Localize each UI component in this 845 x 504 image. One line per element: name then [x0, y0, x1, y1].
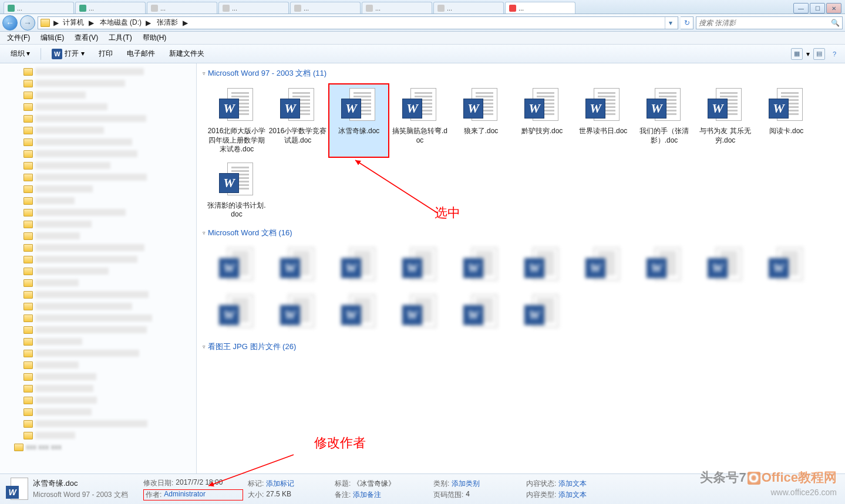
details-author-value[interactable]: Administrator	[164, 490, 206, 500]
file-item[interactable]: W	[695, 243, 756, 290]
breadcrumb[interactable]: 张清影 ▶	[154, 18, 190, 28]
file-item[interactable]: W 2016北师大版小学四年级上册数学期末试卷.doc	[206, 83, 267, 158]
tree-item[interactable]	[0, 218, 196, 230]
browser-tab[interactable]: ...	[505, 2, 575, 13]
browser-tab[interactable]: ...	[290, 2, 361, 13]
tree-item[interactable]	[0, 124, 196, 136]
tree-item[interactable]	[0, 66, 196, 77]
close-button[interactable]: ✕	[826, 3, 841, 13]
tree-item[interactable]	[0, 300, 196, 312]
file-item[interactable]: W	[389, 290, 450, 337]
tree-item[interactable]	[0, 289, 196, 300]
file-item[interactable]: W	[328, 243, 389, 290]
file-item[interactable]: W	[267, 243, 328, 290]
tree-item[interactable]	[0, 253, 196, 265]
file-item[interactable]: W 搞笑脑筋急转弯.doc	[389, 83, 450, 158]
menu-tools[interactable]: 工具(T)	[104, 32, 136, 44]
tree-item[interactable]	[0, 183, 196, 195]
file-item[interactable]: W	[206, 243, 267, 290]
file-item[interactable]: W 张清影的读书计划.doc	[206, 158, 267, 223]
tree-item[interactable]	[0, 113, 196, 124]
browser-tab[interactable]: ...	[75, 2, 146, 13]
browser-tab[interactable]: ...	[433, 2, 504, 13]
file-item[interactable]: W 黔驴技穷.doc	[511, 83, 573, 158]
search-box[interactable]: 🔍	[696, 16, 843, 29]
preview-pane-button[interactable]: ▤	[813, 48, 825, 60]
tree-item[interactable]	[0, 429, 196, 441]
view-mode-button[interactable]: ▦	[791, 48, 803, 60]
breadcrumb[interactable]: ▶ 计算机 ▶	[51, 18, 96, 28]
address-dropdown[interactable]: ▾	[665, 17, 675, 29]
group-header[interactable]: ▿ 看图王 JPG 图片文件 (26)	[197, 339, 845, 354]
tree-item[interactable]	[0, 207, 196, 218]
file-item[interactable]: W 狼来了.doc	[450, 83, 511, 158]
tree-item[interactable]	[0, 171, 196, 183]
file-item[interactable]: W	[206, 290, 267, 337]
tree-item[interactable]	[0, 230, 196, 242]
browser-tab[interactable]: ...	[147, 2, 217, 13]
tree-item[interactable]	[0, 89, 196, 101]
refresh-button[interactable]: ↻	[681, 16, 693, 29]
file-item[interactable]: W 阅读卡.doc	[756, 83, 817, 158]
menu-help[interactable]: 帮助(H)	[138, 32, 171, 44]
minimize-button[interactable]: —	[793, 3, 809, 13]
menu-view[interactable]: 查看(V)	[70, 32, 103, 44]
tree-item[interactable]	[0, 347, 196, 359]
details-value[interactable]: 添加文本	[558, 479, 587, 489]
breadcrumb[interactable]: 本地磁盘 (D:) ▶	[97, 18, 154, 28]
file-item[interactable]: W 世界读书日.doc	[573, 83, 634, 158]
file-item[interactable]: W 2016小学数学竞赛试题.doc	[267, 83, 328, 158]
tree-item[interactable]	[0, 265, 196, 277]
file-item[interactable]: W	[389, 243, 450, 290]
browser-tab[interactable]: ...	[218, 2, 289, 13]
details-value[interactable]: 添加文本	[558, 490, 587, 500]
tree-item[interactable]	[0, 359, 196, 371]
menu-edit[interactable]: 编辑(E)	[36, 32, 69, 44]
back-button[interactable]: ←	[2, 15, 18, 31]
tree-item[interactable]	[0, 371, 196, 383]
forward-button[interactable]: →	[20, 15, 35, 31]
file-item[interactable]: W	[511, 243, 573, 290]
maximize-button[interactable]: ☐	[810, 3, 825, 13]
file-item[interactable]: W 冰雪奇缘.doc	[328, 83, 389, 158]
print-button[interactable]: 打印	[93, 46, 119, 61]
tree-item[interactable]	[0, 406, 196, 418]
open-button[interactable]: W打开 ▾	[46, 46, 90, 62]
help-button[interactable]: ?	[829, 48, 840, 60]
tree-item[interactable]	[0, 136, 196, 148]
tree-item[interactable]	[0, 324, 196, 336]
tree-item[interactable]	[0, 312, 196, 324]
address-bar[interactable]: ▶ 计算机 ▶ 本地磁盘 (D:) ▶ 张清影 ▶ ▾	[38, 16, 678, 29]
menu-file[interactable]: 文件(F)	[2, 32, 35, 44]
tree-item[interactable]	[0, 77, 196, 89]
organize-button[interactable]: 组织 ▾	[5, 46, 36, 61]
file-item[interactable]: W	[756, 243, 817, 290]
tree-item[interactable]	[0, 277, 196, 289]
search-input[interactable]	[699, 19, 829, 27]
details-value[interactable]: 添加类别	[452, 479, 480, 489]
file-content-area[interactable]: ▿ Microsoft Word 97 - 2003 文档 (11) W 201…	[197, 63, 845, 473]
tree-item[interactable]: xxx xxx xxx	[0, 441, 196, 453]
browser-tab[interactable]: ...	[4, 2, 74, 13]
group-header[interactable]: ▿ Microsoft Word 97 - 2003 文档 (11)	[197, 66, 845, 81]
file-item[interactable]: W	[634, 243, 695, 290]
file-item[interactable]: W 我们的手（张清影）.doc	[634, 83, 695, 158]
file-item[interactable]: W 与书为友 其乐无穷.doc	[695, 83, 756, 158]
group-header[interactable]: ▿ Microsoft Word 文档 (16)	[197, 225, 845, 241]
details-value[interactable]: 添加备注	[353, 490, 381, 500]
tree-item[interactable]	[0, 195, 196, 207]
file-item[interactable]: W	[328, 290, 389, 337]
nav-tree[interactable]: document.write(Array.from({length:32}).m…	[0, 63, 197, 473]
email-button[interactable]: 电子邮件	[121, 46, 161, 61]
file-item[interactable]: W	[267, 290, 328, 337]
tree-item[interactable]	[0, 383, 196, 394]
tree-item[interactable]	[0, 336, 196, 347]
tree-item[interactable]	[0, 394, 196, 406]
file-item[interactable]: W	[573, 243, 634, 290]
tree-item[interactable]	[0, 160, 196, 171]
file-item[interactable]: W	[450, 290, 511, 337]
tree-item[interactable]	[0, 242, 196, 253]
new-folder-button[interactable]: 新建文件夹	[163, 46, 210, 61]
tree-item[interactable]	[0, 148, 196, 160]
tree-item[interactable]	[0, 101, 196, 113]
